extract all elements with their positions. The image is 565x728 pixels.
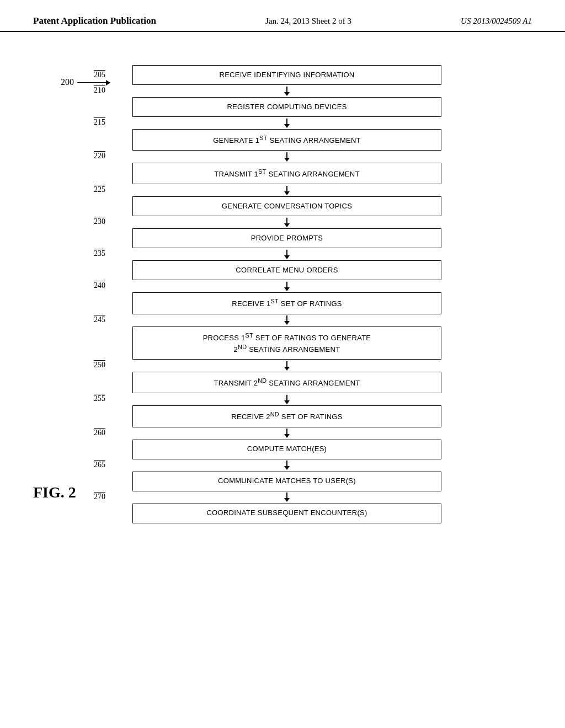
conn-label-220: 220 <box>94 152 105 160</box>
connector-235: 235 <box>132 248 441 260</box>
connector-230: 230 <box>132 216 441 228</box>
step-240: RECEIVE 1ST SET OF RATINGS <box>132 292 441 314</box>
step-250: TRANSMIT 2ND SEATING ARRANGEMENT <box>132 372 441 393</box>
conn-label-270: 270 <box>94 493 105 501</box>
connector-215: 215 <box>132 117 441 129</box>
step-box-250: TRANSMIT 2ND SEATING ARRANGEMENT <box>132 372 441 393</box>
step-260: COMPUTE MATCH(ES) <box>132 440 441 459</box>
step-235: CORRELATE MENU ORDERS <box>132 260 441 280</box>
arrow-225 <box>132 184 441 196</box>
step-box-240: RECEIVE 1ST SET OF RATINGS <box>132 292 441 314</box>
step-270: COORDINATE SUBSEQUENT ENCOUNTER(S) <box>132 504 441 523</box>
arrow-265 <box>132 459 441 472</box>
step-label-205: 205 <box>94 71 105 79</box>
step-box-215: GENERATE 1ST SEATING ARRANGEMENT <box>132 129 441 151</box>
arrow-250 <box>132 360 441 372</box>
step-text-210: REGISTER COMPUTING DEVICES <box>227 103 347 112</box>
step-text-205: RECEIVE IDENTIFYING INFORMATION <box>219 71 354 80</box>
step-text-225: GENERATE CONVERSATION TOPICS <box>222 202 352 211</box>
conn-label-250: 250 <box>94 361 105 370</box>
step-215: GENERATE 1ST SEATING ARRANGEMENT <box>132 129 441 151</box>
step-230: PROVIDE PROMPTS <box>132 228 441 248</box>
step-text-245: PROCESS 1ST SET OF RATINGS TO GENERATE2N… <box>203 331 371 355</box>
step-text-270: COORDINATE SUBSEQUENT ENCOUNTER(S) <box>206 508 367 518</box>
step-box-270: COORDINATE SUBSEQUENT ENCOUNTER(S) <box>132 504 441 523</box>
connector-240: 240 <box>132 280 441 292</box>
step-245: PROCESS 1ST SET OF RATINGS TO GENERATE2N… <box>132 326 441 360</box>
step-text-255: RECEIVE 2ND SET OF RATINGS <box>231 410 342 422</box>
conn-label-235: 235 <box>94 249 105 258</box>
step-265: COMMUNICATE MATCHES TO USER(S) <box>132 472 441 491</box>
step-220: TRANSMIT 1ST SEATING ARRANGEMENT <box>132 163 441 184</box>
step-text-240: RECEIVE 1ST SET OF RATINGS <box>232 297 342 309</box>
arrow-245 <box>132 314 441 326</box>
step-box-245: PROCESS 1ST SET OF RATINGS TO GENERATE2N… <box>132 326 441 360</box>
figure-label: FIG. 2 <box>33 484 76 501</box>
conn-label-230: 230 <box>94 217 105 226</box>
connector-250: 250 <box>132 360 441 372</box>
step-box-235: CORRELATE MENU ORDERS <box>132 260 441 280</box>
step-text-265: COMMUNICATE MATCHES TO USER(S) <box>218 477 356 486</box>
conn-label-215: 215 <box>94 118 105 127</box>
arrow-220 <box>132 151 441 163</box>
start-label-text: 200 <box>61 77 74 87</box>
conn-label-260: 260 <box>94 429 105 437</box>
connector-270: 270 <box>132 491 441 504</box>
step-210: REGISTER COMPUTING DEVICES <box>132 97 441 117</box>
conn-label-225: 225 <box>94 185 105 194</box>
connector-265: 265 <box>132 459 441 472</box>
connector-260: 260 <box>132 427 441 440</box>
arrow-240 <box>132 280 441 292</box>
connector-220: 220 <box>132 151 441 163</box>
start-arrow <box>77 82 110 83</box>
conn-label-245: 245 <box>94 315 105 324</box>
page-header: Patent Application Publication Jan. 24, … <box>0 0 565 32</box>
flowchart: 200 205 RECEIVE IDENTIFYING INFORMATION … <box>132 65 441 523</box>
step-text-260: COMPUTE MATCH(ES) <box>247 445 327 454</box>
step-text-215: GENERATE 1ST SEATING ARRANGEMENT <box>213 134 361 146</box>
step-text-220: TRANSMIT 1ST SEATING ARRANGEMENT <box>214 168 359 179</box>
arrow-255 <box>132 393 441 405</box>
step-text-235: CORRELATE MENU ORDERS <box>236 266 338 275</box>
step-box-210: REGISTER COMPUTING DEVICES <box>132 97 441 117</box>
step-box-260: COMPUTE MATCH(ES) <box>132 440 441 459</box>
step-box-230: PROVIDE PROMPTS <box>132 228 441 248</box>
step-box-220: TRANSMIT 1ST SEATING ARRANGEMENT <box>132 163 441 184</box>
step-box-265: COMMUNICATE MATCHES TO USER(S) <box>132 472 441 491</box>
connector-225: 225 <box>132 184 441 196</box>
step-box-225: GENERATE CONVERSATION TOPICS <box>132 196 441 216</box>
connector-210: 210 <box>132 85 441 97</box>
step-text-230: PROVIDE PROMPTS <box>251 234 323 243</box>
arrow-215 <box>132 117 441 129</box>
step-box-255: RECEIVE 2ND SET OF RATINGS <box>132 405 441 427</box>
arrow-270 <box>132 491 441 504</box>
conn-label-265: 265 <box>94 461 105 469</box>
step-225: GENERATE CONVERSATION TOPICS <box>132 196 441 216</box>
conn-label-255: 255 <box>94 394 105 403</box>
arrow-210 <box>132 85 441 97</box>
header-date-sheet: Jan. 24, 2013 Sheet 2 of 3 <box>265 17 351 26</box>
arrow-260 <box>132 427 441 440</box>
step-box-205: RECEIVE IDENTIFYING INFORMATION <box>132 65 441 85</box>
header-publication-label: Patent Application Publication <box>33 15 156 26</box>
connector-245: 245 <box>132 314 441 326</box>
conn-label-210: 210 <box>94 86 105 95</box>
arrow-230 <box>132 216 441 228</box>
step-205: 205 RECEIVE IDENTIFYING INFORMATION <box>132 65 441 85</box>
step-255: RECEIVE 2ND SET OF RATINGS <box>132 405 441 427</box>
connector-255: 255 <box>132 393 441 405</box>
conn-label-240: 240 <box>94 281 105 290</box>
header-patent-number: US 2013/0024509 A1 <box>461 17 532 26</box>
main-content: 200 205 RECEIVE IDENTIFYING INFORMATION … <box>0 32 565 545</box>
step-text-250: TRANSMIT 2ND SEATING ARRANGEMENT <box>214 377 360 388</box>
arrow-235 <box>132 248 441 260</box>
